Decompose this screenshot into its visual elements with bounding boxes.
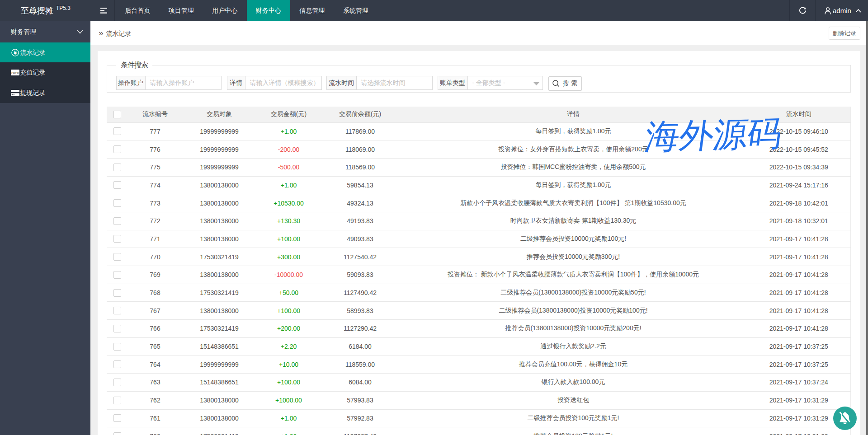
svg-text:PayPal: PayPal bbox=[11, 71, 19, 74]
svg-text:¥: ¥ bbox=[13, 50, 17, 56]
